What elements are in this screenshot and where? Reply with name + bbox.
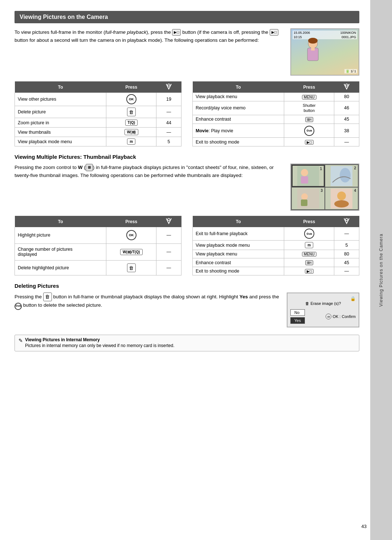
ok-button-icon: OK (126, 94, 136, 104)
enhance-icon2: ⊞n (305, 260, 313, 265)
trash-icon3: 🗑 (43, 293, 52, 301)
row-to: View playback menu (193, 250, 284, 258)
table-row: Delete highlighted picture 🗑 — (15, 261, 181, 275)
ok-circle-small: ok (326, 314, 331, 319)
row-to: Zoom picture in (15, 118, 106, 128)
shutter-button-label: Shutterbutton (303, 103, 315, 113)
table-row: Enhance contrast ⊞n 45 (193, 115, 359, 124)
row-to: Exit to full-frame playback (193, 227, 284, 241)
cam-date: 15.05.2006 (294, 31, 310, 35)
thumb-img-2 (331, 166, 352, 186)
table-row: View playback mode menu m 5 (193, 241, 359, 250)
table-row: View other pictures OK 19 (15, 93, 181, 106)
table-row: Record/play voice memo Shutterbutton 46 (193, 101, 359, 115)
thumb-cell-1: 1 (292, 165, 324, 187)
side-tab: Viewing Pictures on the Camera (370, 0, 392, 540)
table-row: View playback menu MENU 80 (193, 93, 359, 101)
table-row: Highlight picture OK — (15, 227, 181, 243)
row-num: — (156, 227, 181, 243)
table3-press-header: Press (106, 216, 156, 227)
row-press: MENU (284, 250, 334, 258)
row-num: 5 (334, 241, 359, 250)
table-row: Enhance contrast ⊞n 45 (193, 258, 359, 267)
cam-figure-svg (300, 37, 326, 70)
erase-yes-button[interactable]: Yes (290, 317, 305, 324)
row-press: ▶□ (284, 267, 334, 275)
table-row: View playback menu MENU 80 (193, 250, 359, 258)
note-text: Pictures in internal memory can only be … (25, 342, 175, 349)
table1-num-header (156, 81, 181, 93)
row-num: 44 (156, 118, 181, 128)
row-num: 80 (334, 93, 359, 101)
section1-header: Viewing Pictures on the Camera (15, 11, 359, 23)
zoom-w-button-icon: W (⊞) (124, 129, 138, 135)
svg-point-18 (346, 218, 348, 221)
row-to: Exit to shooting mode (193, 267, 284, 275)
thumb-num-3: 3 (320, 189, 323, 193)
note-title: Viewing Pictures in Internal Memory (25, 337, 175, 342)
trash-icon: 🗑 (127, 108, 136, 116)
section1-table1: To Press View other pictures OK 19 (15, 81, 181, 146)
section2-intro-block: Pressing the zoom control to W (⊞) in fu… (15, 164, 359, 211)
cam-file: 100NIKON (340, 31, 356, 35)
row-to: View thumbnails (15, 128, 106, 137)
row-num: 46 (334, 101, 359, 115)
svg-point-10 (340, 168, 351, 182)
section2-title: Viewing Multiple Pictures: Thumbnail Pla… (15, 154, 359, 160)
svg-rect-8 (301, 176, 308, 184)
row-to: Highlight picture (15, 227, 106, 243)
w-t-button-icon: W (⊞)/T (Q) (120, 249, 142, 255)
ok-button-icon2: ⊙ok (304, 126, 314, 136)
row-to: View playback mode menu (15, 137, 106, 146)
table-row: View thumbnails W (⊞) — (15, 128, 181, 137)
row-press: W (⊞) (106, 128, 156, 137)
row-to: Exit to shooting mode (193, 138, 284, 146)
row-press: ▶□ (284, 138, 334, 146)
section1-tables: To Press View other pictures OK 19 (15, 81, 359, 146)
row-press: T (Q) (106, 118, 156, 128)
row-press: m (284, 241, 334, 250)
row-press: ⊙ok (284, 124, 334, 138)
camera-display-container: 15.05.2006 100NIKON 10:15 0001.JPG (290, 28, 359, 76)
svg-point-4 (168, 84, 170, 86)
row-num: 38 (334, 124, 359, 138)
row-num: — (156, 243, 181, 260)
section1-table2: To Press View playback menu MENU 80 (192, 81, 359, 146)
svg-rect-11 (297, 189, 319, 209)
row-num: — (156, 261, 181, 275)
erase-yes-no: No Yes (290, 309, 305, 324)
row-to: View other pictures (15, 93, 106, 106)
row-num: 80 (334, 250, 359, 258)
table-row: View playback mode menu m 5 (15, 137, 181, 146)
table4-num-header (334, 216, 359, 227)
svg-point-16 (334, 200, 349, 207)
thumb-num-2: 2 (354, 166, 356, 170)
ok-button-icon5: ⊙ok (15, 303, 22, 310)
table2-press-header: Press (284, 81, 334, 93)
row-num: — (334, 267, 359, 275)
row-num: — (334, 227, 359, 241)
menu-button-icon2: MENU (302, 252, 316, 257)
row-press: ⊞n (284, 115, 334, 124)
section2-intro-text: Pressing the zoom control to W (⊞) in fu… (15, 164, 283, 179)
table4-to-header: To (193, 216, 284, 227)
camera-display: 15.05.2006 100NIKON 10:15 0001.JPG (290, 28, 359, 76)
camera-display-inner: 15.05.2006 100NIKON 10:15 0001.JPG (291, 29, 359, 75)
intro-text: To view pictures full-frame in the monit… (15, 28, 283, 44)
note-pencil-icon: ✎ (19, 338, 23, 343)
erase-dialog-label: Erase image (s)? (311, 301, 341, 306)
svg-rect-6 (297, 166, 319, 186)
row-to: Delete picture (15, 106, 106, 118)
table4-press-header: Press (284, 216, 334, 227)
row-press: 🗑 (106, 261, 156, 275)
table-row: Exit to full-frame playback ⊙ok — (193, 227, 359, 241)
table-row: Movie: Play movie ⊙ok 38 (193, 124, 359, 138)
erase-dialog-lock: 🔒 (290, 296, 356, 301)
row-num: — (334, 138, 359, 146)
table2-to-header: To (193, 81, 284, 93)
erase-dialog-title: 🗑 Erase image (s)? (290, 301, 356, 306)
thumb-cell-3: 3 (292, 188, 324, 209)
erase-no-button[interactable]: No (290, 309, 305, 316)
svg-point-1 (308, 38, 318, 44)
deleting-block: Pressing the 🗑 button in full-frame or t… (15, 293, 359, 327)
